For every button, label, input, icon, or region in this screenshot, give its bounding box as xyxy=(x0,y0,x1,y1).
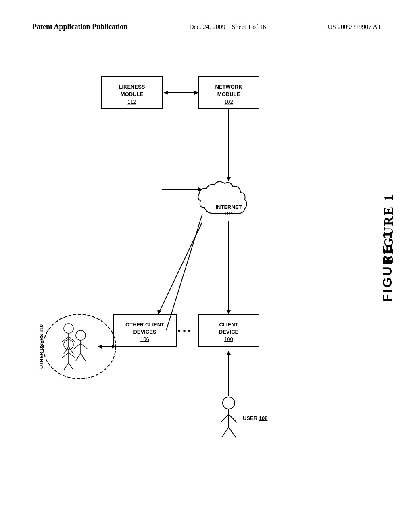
svg-marker-30 xyxy=(157,310,161,314)
svg-text:NETWORK: NETWORK xyxy=(215,84,242,90)
svg-marker-9 xyxy=(164,91,168,95)
svg-text:106: 106 xyxy=(140,336,149,342)
svg-marker-10 xyxy=(194,91,198,95)
patent-number: US 2009/319907 A1 xyxy=(327,22,381,32)
svg-marker-54 xyxy=(98,345,102,349)
svg-text:DEVICES: DEVICES xyxy=(133,329,156,335)
svg-text:OTHER USERS 110: OTHER USERS 110 xyxy=(39,324,44,369)
svg-line-40 xyxy=(74,343,81,349)
svg-line-48 xyxy=(64,363,69,370)
svg-point-55 xyxy=(223,397,235,409)
svg-text:CLIENT: CLIENT xyxy=(219,322,238,328)
svg-marker-63 xyxy=(227,351,231,355)
publication-title: Patent Application Publication xyxy=(32,22,127,31)
svg-line-36 xyxy=(64,347,69,354)
svg-text:MODULE: MODULE xyxy=(121,91,144,97)
svg-line-41 xyxy=(81,343,87,349)
svg-line-29 xyxy=(158,222,202,314)
figure-label: FIGURE 1 xyxy=(380,230,395,302)
svg-line-37 xyxy=(69,347,73,354)
svg-marker-12 xyxy=(227,177,231,181)
svg-text:100: 100 xyxy=(224,336,233,342)
sheet-info: Sheet 1 of 16 xyxy=(232,23,266,30)
svg-line-46 xyxy=(62,353,69,358)
svg-text:INTERNET: INTERNET xyxy=(216,204,242,210)
svg-text:USER 108: USER 108 xyxy=(243,415,267,421)
svg-line-47 xyxy=(69,353,75,358)
svg-text:MODULE: MODULE xyxy=(217,91,240,97)
svg-line-58 xyxy=(229,414,237,422)
svg-point-32 xyxy=(64,324,73,333)
svg-marker-18 xyxy=(227,310,231,314)
svg-point-38 xyxy=(76,330,86,340)
svg-line-57 xyxy=(221,414,229,422)
svg-line-43 xyxy=(81,353,86,361)
svg-line-19 xyxy=(166,214,202,330)
svg-line-60 xyxy=(229,427,236,437)
svg-line-49 xyxy=(69,363,73,370)
publication-date-sheet: Dec. 24, 2009 Sheet 1 of 16 xyxy=(189,22,266,32)
svg-text:102: 102 xyxy=(224,99,233,105)
svg-text:104: 104 xyxy=(224,210,233,216)
svg-line-59 xyxy=(222,427,229,437)
svg-text:DEVICE: DEVICE xyxy=(219,329,239,335)
svg-text:LIKENESS: LIKENESS xyxy=(119,84,145,90)
figure-diagram: LIKENESS MODULE 112 NETWORK MODULE 102 xyxy=(32,64,365,508)
svg-text:• • •: • • • xyxy=(178,326,191,335)
publication-date: Dec. 24, 2009 xyxy=(189,23,225,30)
page-header: Patent Application Publication Dec. 24, … xyxy=(0,22,413,32)
svg-text:112: 112 xyxy=(127,99,136,105)
svg-line-42 xyxy=(76,353,81,361)
svg-text:OTHER CLIENT: OTHER CLIENT xyxy=(125,322,164,328)
